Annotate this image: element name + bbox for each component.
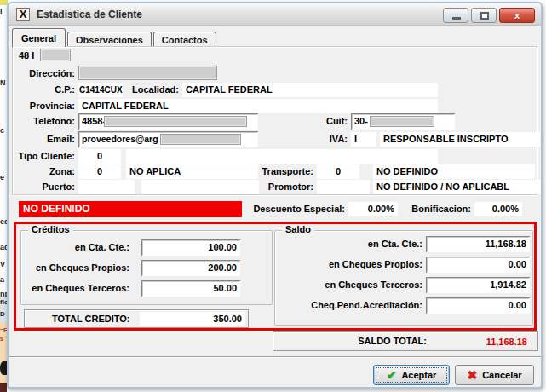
zona-field[interactable]: 0: [78, 164, 121, 179]
bonificacion-field[interactable]: 0.00%: [474, 202, 522, 216]
email-label: Email:: [9, 134, 75, 144]
saldo-row-field[interactable]: 11,168.18: [426, 236, 530, 252]
total-credito-label: TOTAL CREDITO:: [52, 314, 129, 324]
provincia-field[interactable]: CAPITAL FEDERAL: [78, 99, 438, 113]
descuento-especial-label: Descuento Especial:: [247, 204, 345, 214]
credito-row-label: en Cheques Propios:: [17, 262, 129, 273]
tab-contactos[interactable]: Contactos: [153, 32, 216, 47]
telefono-label: Teléfono:: [9, 116, 75, 126]
localidad-field[interactable]: CAPITAL FEDERAL: [182, 83, 438, 97]
tipo-cliente-desc-field[interactable]: [126, 149, 438, 164]
saldo-row-field[interactable]: 0.00: [426, 257, 530, 273]
aceptar-button[interactable]: ✔ Aceptar: [373, 365, 450, 385]
puerto-desc-field[interactable]: [141, 180, 259, 194]
saldo-row-field[interactable]: 0.00: [426, 297, 530, 314]
credito-row-field[interactable]: 200.00: [141, 260, 240, 276]
cuit-label: Cuit:: [290, 116, 348, 126]
saldo-group-title: Saldo: [282, 224, 314, 234]
bg-text-fragment: s: [0, 336, 3, 342]
bg-color-block: [0, 383, 7, 392]
cp-label: C.P.:: [9, 84, 75, 95]
direccion-field-redaction[interactable]: [78, 66, 217, 80]
bg-text-fragment: l: [0, 8, 3, 16]
title-bar[interactable]: X Estadistica de Cliente x: [9, 3, 541, 26]
creditos-group-title: Créditos: [28, 224, 73, 234]
saldo-total-panel: SALDO TOTAL: 11,168.18: [273, 331, 538, 351]
tab-bar: General Observaciones Contactos: [12, 26, 218, 47]
saldo-row-label: Cheq.Pend.Acreditación:: [281, 300, 422, 310]
total-credito-value: 350.00: [140, 312, 245, 326]
transporte-field[interactable]: 0: [317, 164, 359, 179]
total-credito-panel: TOTAL CREDITO: 350.00: [24, 309, 249, 328]
cp-field[interactable]: C1414CUX: [78, 83, 123, 97]
puerto-field[interactable]: [78, 180, 135, 194]
localidad-label: Localidad:: [126, 84, 179, 95]
telefono-redaction: [104, 116, 247, 127]
direccion-label: Dirección:: [9, 68, 75, 78]
iva-code-field[interactable]: I: [351, 132, 376, 147]
promotor-desc-field[interactable]: NO DEFINIDO / NO APLICABL: [373, 180, 541, 194]
bg-text-fragment: e: [0, 173, 4, 182]
maximize-icon: [480, 12, 489, 20]
tipo-cliente-field[interactable]: 0: [78, 149, 121, 164]
saldo-row-label: en Cheques Propios:: [281, 259, 422, 269]
iva-desc-field[interactable]: RESPONSABLE INSCRIPTO: [380, 132, 540, 147]
tab-general[interactable]: General: [12, 28, 66, 47]
credito-row-field[interactable]: 50.00: [141, 280, 240, 297]
minimize-button[interactable]: [443, 8, 468, 23]
bottom-separator: [9, 356, 541, 358]
cancelar-button-label: Cancelar: [482, 370, 521, 380]
saldo-row-field[interactable]: 1,914.82: [426, 277, 530, 293]
credito-row-label: en Cheques Terceros:: [17, 283, 129, 293]
bg-text-fragment: N: [0, 78, 6, 87]
zona-label: Zona:: [9, 166, 75, 176]
window-title: Estadistica de Cliente: [37, 9, 142, 20]
cancelar-button[interactable]: ✖ Cancelar: [455, 365, 534, 385]
credito-row-field[interactable]: 100.00: [141, 239, 240, 256]
client-name-redaction: [40, 49, 71, 61]
transporte-desc-field[interactable]: NO DEFINIDO: [373, 164, 535, 179]
cross-icon: ✖: [467, 368, 477, 382]
provincia-label: Provincia:: [9, 101, 75, 111]
puerto-label: Puerto:: [9, 182, 75, 192]
bg-blob: [0, 361, 7, 375]
zona-desc-field[interactable]: NO APLICA: [126, 164, 258, 179]
email-redaction: [160, 134, 241, 145]
promotor-label: Promotor:: [256, 182, 313, 192]
promotor-field[interactable]: [317, 180, 370, 194]
client-number: 48 I: [19, 50, 34, 61]
bg-text-fragment: D: [0, 310, 5, 318]
minimize-icon: [452, 17, 461, 20]
saldo-row-label: en Cta. Cte.:: [281, 239, 422, 249]
bg-text-fragment: a: [0, 275, 4, 284]
maximize-button[interactable]: [471, 8, 497, 23]
cuit-redaction: [370, 116, 434, 127]
bonificacion-label: Bonificacion:: [403, 204, 471, 214]
descuento-especial-field[interactable]: 0.00%: [348, 202, 398, 216]
focus-rectangle: [376, 367, 447, 383]
tab-observaciones[interactable]: Observaciones: [67, 32, 152, 47]
saldo-total-label: SALDO TOTAL:: [273, 336, 427, 346]
condition-banner: NO DEFINIDO: [19, 201, 242, 217]
saldo-total-value: 11,168.18: [432, 335, 531, 349]
transporte-label: Transporte:: [256, 166, 313, 176]
tipo-cliente-label: Tipo Cliente:: [9, 151, 75, 161]
close-button[interactable]: x: [499, 8, 535, 23]
app-icon: X: [16, 8, 30, 21]
credito-row-label: en Cta. Cte.:: [17, 242, 129, 252]
bg-text-fragment: c: [0, 126, 4, 135]
saldo-row-label: en Cheques Terceros:: [281, 280, 422, 290]
bg-text-fragment: V: [0, 260, 5, 268]
estadistica-de-cliente-dialog: X Estadistica de Cliente x General Obser…: [7, 2, 543, 389]
iva-label: IVA:: [290, 134, 348, 144]
